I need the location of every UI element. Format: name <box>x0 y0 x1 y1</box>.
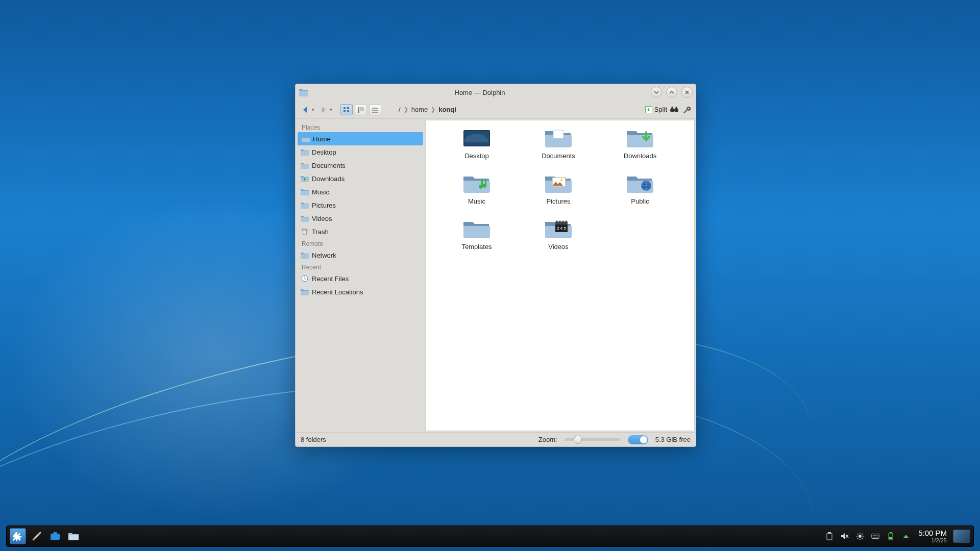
folder-item-public[interactable]: Public <box>599 172 681 205</box>
svg-rect-0 <box>344 107 346 109</box>
toolbar: ▾ ▾ / ❯ home ❯ konqi + Split <box>296 101 696 119</box>
back-history-dropdown-icon[interactable]: ▾ <box>312 107 314 112</box>
svg-rect-14 <box>673 109 675 111</box>
places-header: Places <box>297 122 424 132</box>
minimize-button[interactable] <box>651 87 662 98</box>
svg-rect-31 <box>53 532 57 534</box>
svg-rect-16 <box>676 107 677 109</box>
titlebar[interactable]: Home — Dolphin <box>296 84 696 101</box>
folder-item-pictures[interactable]: Pictures <box>518 172 599 205</box>
sidebar-item-documents[interactable]: Documents <box>297 159 424 172</box>
folder-item-music[interactable]: Music <box>436 172 518 205</box>
svg-rect-7 <box>360 109 364 110</box>
folder-icon <box>301 161 309 169</box>
taskbar-system-settings-icon[interactable] <box>29 530 44 543</box>
sidebar-item-videos[interactable]: Videos <box>297 212 424 225</box>
music-folder-icon <box>461 172 492 194</box>
kde-menu-button[interactable]: K <box>10 528 26 544</box>
folder-item-videos[interactable]: 2 4 5 Videos <box>518 217 599 251</box>
taskbar-discover-icon[interactable] <box>47 530 63 543</box>
folder-item-documents[interactable]: Documents <box>518 127 599 160</box>
svg-rect-30 <box>51 534 60 540</box>
sidebar-item-downloads[interactable]: Downloads <box>297 172 424 185</box>
battery-icon[interactable] <box>887 532 895 540</box>
svg-rect-3 <box>347 110 349 112</box>
folder-item-label: Music <box>468 197 485 205</box>
svg-rect-10 <box>372 110 378 111</box>
view-details-button[interactable] <box>369 104 381 115</box>
svg-rect-6 <box>358 109 359 111</box>
folder-item-label: Public <box>631 197 649 205</box>
documents-folder-icon <box>543 127 574 149</box>
folder-item-label: Templates <box>461 243 492 251</box>
tray-expand-icon[interactable] <box>902 532 910 540</box>
app-icon <box>299 87 309 97</box>
trash-icon <box>301 228 309 236</box>
desktop-folder-icon <box>461 127 492 149</box>
find-button[interactable] <box>669 105 679 115</box>
sidebar-item-home[interactable]: Home <box>298 132 423 145</box>
sidebar-item-recent-locations[interactable]: Recent Locations <box>297 285 424 298</box>
sidebar-item-network[interactable]: Network <box>297 248 424 262</box>
split-button[interactable]: + Split <box>645 106 667 113</box>
chevron-right-icon: ❯ <box>431 106 435 113</box>
view-icons-button[interactable] <box>340 104 353 115</box>
file-view[interactable]: Desktop Documents Downloads <box>425 120 695 431</box>
breadcrumb-root[interactable]: / <box>399 106 401 113</box>
show-desktop-button[interactable] <box>953 530 970 543</box>
sidebar-item-desktop[interactable]: Desktop <box>297 145 424 159</box>
folder-item-templates[interactable]: Templates <box>436 217 518 251</box>
brightness-icon[interactable] <box>856 532 864 540</box>
taskbar-dolphin-icon[interactable] <box>66 530 81 543</box>
folder-icon <box>301 188 309 196</box>
breadcrumb-home[interactable]: home <box>411 106 428 113</box>
sidebar-item-trash[interactable]: Trash <box>297 225 424 238</box>
folder-item-desktop[interactable]: Desktop <box>436 127 518 160</box>
volume-muted-icon[interactable] <box>841 532 849 540</box>
sidebar-item-label: Videos <box>312 215 332 222</box>
status-folder-count: 8 folders <box>301 436 326 443</box>
sidebar-item-label: Documents <box>312 162 346 169</box>
clock[interactable]: 5:00 PM 1/2/25 <box>915 529 950 544</box>
forward-history-dropdown-icon[interactable]: ▾ <box>330 107 332 112</box>
sidebar-item-label: Desktop <box>312 148 336 156</box>
preview-toggle[interactable] <box>628 435 648 444</box>
folder-icon <box>301 214 309 222</box>
folder-icon <box>301 288 309 296</box>
svg-rect-32 <box>827 533 832 540</box>
breadcrumb[interactable]: / ❯ home ❯ konqi <box>383 106 643 113</box>
settings-button[interactable] <box>681 105 692 115</box>
keyboard-icon[interactable] <box>871 532 879 540</box>
svg-text:K: K <box>15 532 20 540</box>
folder-item-label: Videos <box>548 243 569 251</box>
svg-rect-9 <box>372 108 378 109</box>
sidebar-item-recent-files[interactable]: Recent Files <box>297 272 424 285</box>
taskbar: K 5:00 PM 1/2/25 <box>6 525 974 547</box>
sidebar-item-label: Recent Locations <box>312 288 363 296</box>
videos-folder-icon: 2 4 5 <box>543 217 574 240</box>
folder-item-label: Desktop <box>464 152 489 160</box>
sidebar-item-pictures[interactable]: Pictures <box>297 198 424 212</box>
remote-header: Remote <box>297 238 424 248</box>
home-folder-icon <box>302 135 310 143</box>
close-button[interactable] <box>681 87 693 98</box>
svg-point-34 <box>859 535 862 538</box>
sidebar-item-label: Home <box>313 135 331 143</box>
svg-rect-5 <box>360 107 364 108</box>
folder-item-downloads[interactable]: Downloads <box>599 127 681 160</box>
breadcrumb-current[interactable]: konqi <box>438 106 456 113</box>
sidebar-item-music[interactable]: Music <box>297 185 424 198</box>
sidebar-item-label: Network <box>312 252 336 259</box>
zoom-slider[interactable] <box>565 438 621 441</box>
statusbar: 8 folders Zoom: 5.3 GiB free <box>296 432 696 446</box>
back-button[interactable]: ▾ <box>300 104 315 116</box>
clock-icon <box>301 274 309 283</box>
maximize-button[interactable] <box>666 87 677 98</box>
view-compact-button[interactable] <box>355 104 367 115</box>
svg-rect-22 <box>553 130 564 138</box>
folder-item-label: Pictures <box>547 197 571 205</box>
clipboard-icon[interactable] <box>825 532 834 540</box>
forward-button[interactable]: ▾ <box>317 104 333 116</box>
svg-rect-8 <box>358 111 359 113</box>
svg-rect-33 <box>828 532 831 534</box>
